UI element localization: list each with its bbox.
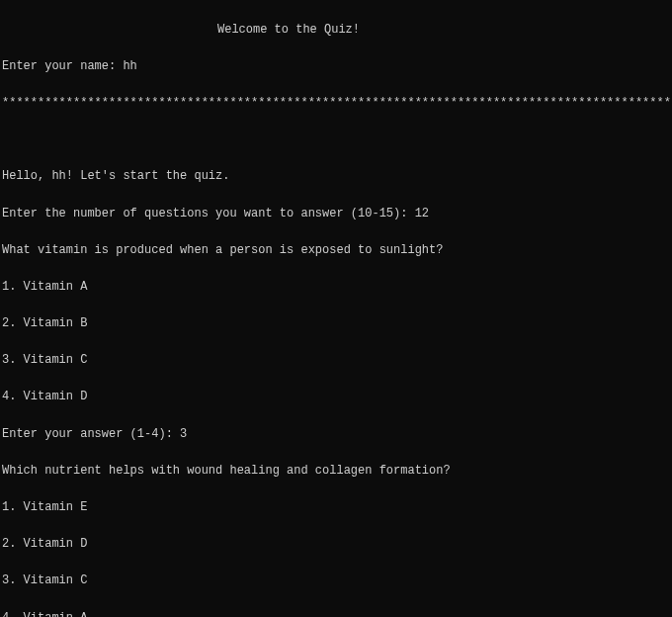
question-option: 2. Vitamin B (2, 314, 672, 333)
question-option: 4. Vitamin D (2, 388, 672, 406)
question-text: What vitamin is produced when a person i… (2, 241, 672, 260)
blank-line (2, 131, 672, 149)
answer-prompt-label: Enter your answer (1-4): (2, 427, 180, 441)
question-option: 1. Vitamin A (2, 278, 672, 297)
answer-input-value[interactable]: 3 (180, 427, 187, 441)
question-option: 1. Vitamin E (2, 498, 672, 517)
question-option: 2. Vitamin D (2, 535, 672, 554)
question-text: Which nutrient helps with wound healing … (2, 462, 672, 481)
greeting-line: Hello, hh! Let's start the quiz. (2, 167, 672, 186)
question-option: 3. Vitamin C (2, 351, 672, 370)
count-input-value[interactable]: 12 (415, 207, 429, 220)
question-option: 4. Vitamin A (2, 609, 672, 617)
terminal-output: Welcome to the Quiz! Enter your name: hh… (0, 0, 672, 617)
count-prompt-line: Enter the number of questions you want t… (2, 205, 672, 223)
name-prompt-label: Enter your name: (2, 59, 123, 73)
answer-prompt-line: Enter your answer (1-4): 3 (2, 425, 672, 444)
quiz-title: Welcome to the Quiz! (2, 21, 672, 40)
name-prompt-line: Enter your name: hh (2, 57, 672, 76)
separator-line: ****************************************… (2, 94, 672, 113)
question-option: 3. Vitamin C (2, 572, 672, 590)
count-prompt-label: Enter the number of questions you want t… (2, 207, 415, 220)
name-input-value[interactable]: hh (123, 59, 136, 73)
